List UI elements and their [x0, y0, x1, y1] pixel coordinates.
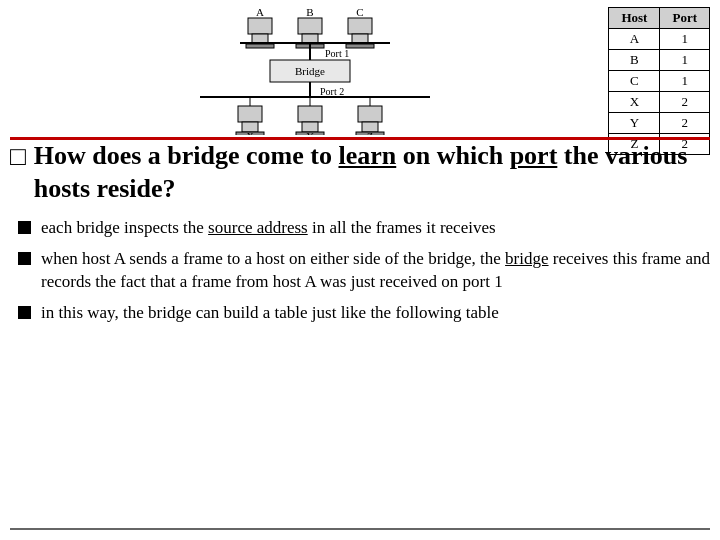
- bullet-item-2: when host A sends a frame to a host on e…: [18, 248, 710, 294]
- diagram-area: A B C Por: [0, 5, 720, 140]
- svg-text:Z: Z: [367, 131, 373, 135]
- question-port: port: [510, 141, 558, 170]
- bullet-square-2: [18, 252, 31, 265]
- bullet2-underline: bridge: [505, 249, 548, 268]
- bullet-text-3: in this way, the bridge can build a tabl…: [41, 302, 499, 325]
- slide-container: A B C Por: [0, 0, 720, 540]
- bullet-item-3: in this way, the bridge can build a tabl…: [18, 302, 710, 325]
- table-header-port: Port: [660, 8, 710, 29]
- svg-rect-0: [248, 18, 272, 34]
- table-row: Y2: [609, 113, 710, 134]
- question-learn: learn: [338, 141, 396, 170]
- table-cell-port: 1: [660, 50, 710, 71]
- svg-rect-8: [348, 18, 372, 34]
- svg-text:Bridge: Bridge: [295, 65, 325, 77]
- question-text-part1: How does a bridge come to: [34, 141, 339, 170]
- bridge-table: Host Port A1B1C1X2Y2Z2: [608, 7, 710, 155]
- table-cell-host: X: [609, 92, 660, 113]
- bullet1-part2: in all the frames it receives: [308, 218, 496, 237]
- table-cell-host: B: [609, 50, 660, 71]
- svg-rect-34: [358, 106, 382, 122]
- table-row: B1: [609, 50, 710, 71]
- question-block: □ How does a bridge come to learn on whi…: [10, 140, 710, 205]
- table-cell-host: Y: [609, 113, 660, 134]
- svg-rect-10: [346, 44, 374, 48]
- table-row: A1: [609, 29, 710, 50]
- svg-rect-4: [298, 18, 322, 34]
- bullet-items: each bridge inspects the source address …: [18, 217, 710, 325]
- question-bullet: □: [10, 142, 26, 172]
- svg-text:B: B: [306, 6, 313, 18]
- bullet1-part1: each bridge inspects the: [41, 218, 208, 237]
- bullet2-part1: when host A sends a frame to a host on e…: [41, 249, 505, 268]
- bullet-square-3: [18, 306, 31, 319]
- svg-text:Port 2: Port 2: [320, 86, 344, 97]
- table-cell-host: C: [609, 71, 660, 92]
- svg-rect-24: [238, 106, 262, 122]
- svg-rect-29: [298, 106, 322, 122]
- bottom-line: [10, 528, 710, 530]
- table-header-host: Host: [609, 8, 660, 29]
- question-text: How does a bridge come to learn on which…: [34, 140, 710, 205]
- bullet-item-1: each bridge inspects the source address …: [18, 217, 710, 240]
- main-content: □ How does a bridge come to learn on whi…: [10, 140, 710, 510]
- bullet-square-1: [18, 221, 31, 234]
- table-cell-port: 1: [660, 29, 710, 50]
- bullet1-underline: source address: [208, 218, 308, 237]
- svg-text:Y: Y: [306, 131, 313, 135]
- table-cell-port: 2: [660, 113, 710, 134]
- table-cell-host: A: [609, 29, 660, 50]
- svg-text:C: C: [356, 6, 363, 18]
- question-text-part2: on which: [396, 141, 509, 170]
- table-cell-port: 2: [660, 92, 710, 113]
- svg-text:X: X: [246, 131, 254, 135]
- table-row: C1: [609, 71, 710, 92]
- bullet-text-1: each bridge inspects the source address …: [41, 217, 496, 240]
- table-cell-port: 1: [660, 71, 710, 92]
- svg-rect-2: [246, 44, 274, 48]
- svg-text:Port 1: Port 1: [325, 48, 349, 59]
- table-row: X2: [609, 92, 710, 113]
- bullet-text-2: when host A sends a frame to a host on e…: [41, 248, 710, 294]
- svg-text:A: A: [256, 6, 264, 18]
- network-diagram: A B C Por: [0, 5, 580, 135]
